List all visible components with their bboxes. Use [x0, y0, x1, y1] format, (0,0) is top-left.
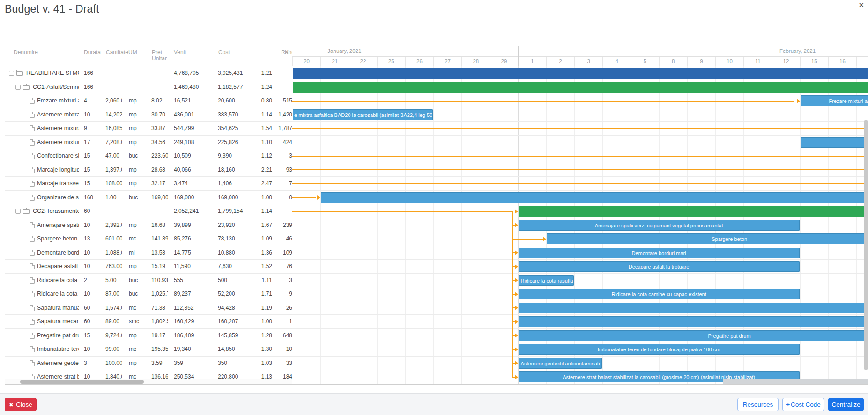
- table-row[interactable]: Spargere beton13601.00mc141.8985,27678,1…: [5, 232, 292, 246]
- cell-denumire: Asternere mixtur: [5, 136, 79, 150]
- task-name: Decapare asfalt l: [37, 260, 79, 274]
- dependency-arrow-icon: [515, 320, 518, 324]
- collapse-toggle-icon[interactable]: [15, 85, 21, 90]
- task-name: Asternere mixtur: [37, 136, 79, 150]
- cell-um: mp: [129, 357, 144, 371]
- column-header-name[interactable]: Denumire: [14, 50, 88, 56]
- table-row[interactable]: Amenajare spatii102,392.00mp16.6839,8992…: [5, 218, 292, 233]
- column-header-cost[interactable]: Cost: [218, 50, 256, 56]
- table-row[interactable]: CC2-Terasamente/E602,052,2411,799,1541.1…: [5, 204, 292, 218]
- cell-cantitate: 763.00: [105, 260, 122, 274]
- table-row[interactable]: Sapatura manual601,574.00mc71.38112,3529…: [5, 301, 292, 315]
- table-row[interactable]: Asternere mixura916,085.00mp33.87544,799…: [5, 122, 292, 136]
- file-icon: [30, 277, 35, 284]
- cell-cantitate: 99.00: [105, 342, 122, 357]
- dependency-arrow-icon: [515, 333, 518, 338]
- table-row[interactable]: Ridicare la cota r25.00buc110.935555001.…: [5, 274, 292, 288]
- gantt-task-bar[interactable]: Asternere geotextil anticontaminator: [519, 358, 602, 369]
- gantt-task-bar[interactable]: Frezare mixturi asfaltice: [801, 95, 868, 106]
- cell-pret: 8.02: [151, 94, 168, 108]
- cost-code-button[interactable]: +Cost Code: [782, 398, 824, 411]
- gantt-task-bar[interactable]: [801, 137, 868, 148]
- close-button[interactable]: ✖Close: [5, 398, 37, 411]
- close-icon[interactable]: ✕: [858, 1, 864, 8]
- cell-rand: 26: [272, 301, 292, 315]
- cell-um: mp: [129, 260, 144, 274]
- cell-venit: 89,237: [174, 287, 213, 301]
- column-header-pret[interactable]: Pret Unitar: [152, 50, 169, 62]
- gantt-summary-bar[interactable]: [293, 68, 868, 79]
- cell-um: [129, 204, 144, 218]
- task-name: Frezare mixturi a: [37, 94, 79, 108]
- gantt-task-bar[interactable]: Ridicare la cota camine cu capac existen…: [519, 289, 800, 299]
- day-header-cell: 29: [490, 57, 518, 66]
- resources-button[interactable]: Resources: [737, 398, 779, 411]
- cell-denumire: Sapatura mecani: [5, 315, 79, 329]
- column-header-um[interactable]: UM: [128, 50, 143, 56]
- task-name: Ridicare la cota c: [37, 287, 79, 301]
- day-header-cell: 10: [715, 57, 743, 66]
- gantt-task-bar[interactable]: Pregatire pat drum: [519, 330, 868, 341]
- table-hscrollbar-thumb[interactable]: [20, 380, 144, 384]
- gantt-task-bar[interactable]: e mixtra asfaltica BAD20 la carosabil (a…: [293, 109, 433, 120]
- cell-k: 1.14: [244, 204, 272, 218]
- table-row[interactable]: CC1-Asfalt/Semnali1661,469,4801,182,5771…: [5, 80, 292, 95]
- gantt-task-bar[interactable]: Amenajare spatii verzi cu pamant vegetal…: [519, 220, 800, 231]
- gantt-task-bar[interactable]: [519, 316, 868, 327]
- table-row[interactable]: Asternere mixtur177,208.00mp34.56249,108…: [5, 136, 292, 150]
- gantt-task-bar[interactable]: [321, 192, 868, 203]
- column-header-durata[interactable]: Durata: [84, 50, 99, 56]
- cell-venit: 4,768,705: [174, 66, 213, 80]
- gantt-task-bar[interactable]: Imbunatatire teren de fundare blocaj de …: [519, 344, 800, 355]
- column-header-rand[interactable]: Rand: [274, 50, 292, 56]
- table-row[interactable]: Sapatura mecani6089.00smc1,802.57160,429…: [5, 315, 292, 329]
- column-header-cantitate[interactable]: Cantitate: [106, 50, 123, 56]
- cell-pret: 34.56: [151, 136, 168, 150]
- cell-rand: 9: [272, 287, 292, 301]
- cell-cantitate: 108.00: [105, 177, 122, 191]
- gantt-summary-bar[interactable]: [519, 206, 868, 217]
- column-header-venit[interactable]: Venit: [174, 50, 213, 56]
- table-row[interactable]: Organizare de sa1601.00buc169,000.00169,…: [5, 191, 292, 205]
- table-row[interactable]: Imbunatatire tere1099.00mc195.3519,34014…: [5, 342, 292, 357]
- file-icon: [30, 250, 35, 256]
- gantt-hscrollbar-thumb[interactable]: [723, 379, 868, 384]
- cell-venit: 436,001: [174, 108, 213, 122]
- gantt-task-bar[interactable]: Ridicare la cota rasuflatori: [519, 275, 574, 286]
- vertical-scrollbar-thumb[interactable]: [864, 120, 868, 370]
- cell-um: mp: [129, 177, 144, 191]
- cell-cantitate: 601.00: [105, 232, 122, 246]
- centralize-button[interactable]: Centralize: [828, 398, 864, 411]
- table-row[interactable]: Marcaje longitudi151,397.00mp28.6840,066…: [5, 163, 292, 177]
- table-row[interactable]: Confectionare si1547.00buc223.6010,5099,…: [5, 149, 292, 163]
- gantt-summary-bar[interactable]: [293, 82, 868, 93]
- cell-venit: 39,899: [174, 218, 213, 233]
- gantt-task-bar[interactable]: [519, 303, 868, 313]
- table-row[interactable]: Pregatire pat dru159,724.00mp19.17186,40…: [5, 329, 292, 343]
- collapse-toggle-icon[interactable]: [15, 209, 21, 214]
- gantt-task-bar[interactable]: Decapare asfalt la trotuare: [519, 261, 800, 272]
- table-row[interactable]: Asternere geotex3100.00mp3.593593501.033…: [5, 357, 292, 371]
- dependency-line: [512, 239, 543, 240]
- task-name: Organizare de sa: [37, 191, 79, 205]
- file-icon: [30, 236, 35, 242]
- table-hscrollbar-track[interactable]: [5, 379, 292, 384]
- cell-cantitate: 9,724.00: [105, 329, 122, 343]
- table-row[interactable]: Frezare mixturi a42,060.00mp8.0216,52120…: [5, 94, 292, 108]
- gantt-task-bar[interactable]: Spargere beton: [547, 233, 868, 244]
- cell-pret: 141.89: [151, 232, 168, 246]
- table-row[interactable]: REABILITARE SI MOD1664,768,7053,925,4311…: [5, 66, 292, 80]
- file-icon: [30, 360, 35, 366]
- day-header-cell: 2: [546, 57, 574, 66]
- table-row[interactable]: Decapare asfalt l10763.00mp15.1911,5907,…: [5, 260, 292, 274]
- table-row[interactable]: Ridicare la cota c1087.00buc1,025.7189,2…: [5, 287, 292, 301]
- collapse-toggle-icon[interactable]: [9, 71, 14, 76]
- table-row[interactable]: Demontare bordu101,088.00ml13.5814,77510…: [5, 246, 292, 260]
- table-row[interactable]: Marcaje transver15108.00mp32.173,4741,40…: [5, 177, 292, 191]
- cell-pret: 1,025.71: [151, 287, 168, 301]
- folder-icon: [16, 71, 23, 76]
- cell-durata: 166: [84, 80, 99, 95]
- gantt-task-bar[interactable]: Demontare borduri mari: [519, 248, 800, 258]
- cell-cantitate: [105, 204, 122, 218]
- table-row[interactable]: Asternere mixtra1014,202.00mp30.70436,00…: [5, 108, 292, 122]
